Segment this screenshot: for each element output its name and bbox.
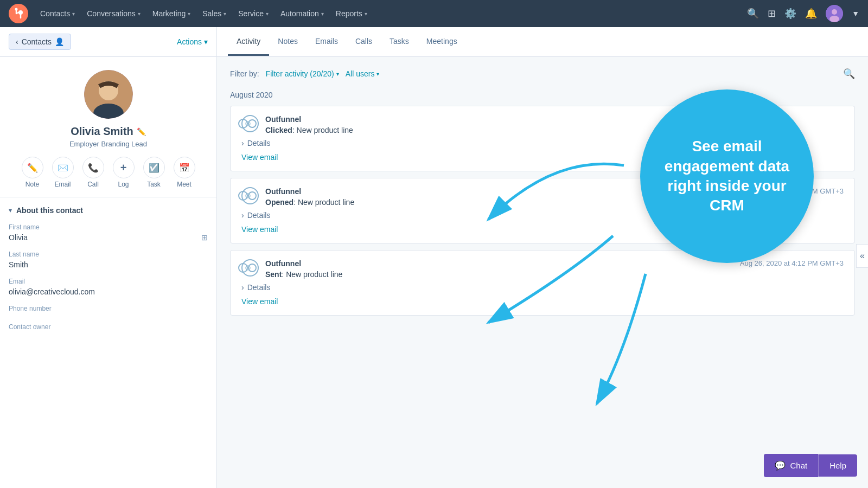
nav-chevron-sales: ▾	[224, 11, 226, 17]
nav-label-sales: Sales	[202, 9, 221, 18]
details-chevron-1: ›	[241, 139, 244, 147]
help-button[interactable]: Help	[818, 454, 857, 477]
settings-icon[interactable]: ⚙️	[784, 8, 796, 20]
tab-notes[interactable]: Notes	[269, 28, 307, 56]
profile-title: Employer Branding Lead	[69, 140, 147, 148]
tab-calls[interactable]: Calls	[347, 28, 381, 56]
first-name-value: Olivia ⊞	[9, 233, 208, 242]
action-type-2: Opened	[265, 198, 293, 207]
nav-item-contacts[interactable]: Contacts▾	[35, 6, 80, 21]
tooltip-circle: See email engagement data right inside y…	[640, 89, 814, 263]
nav-item-conversations[interactable]: Conversations▾	[81, 6, 146, 21]
svg-point-9	[248, 120, 256, 127]
nav-chevron-contacts: ▾	[72, 11, 75, 17]
log-icon: +	[113, 157, 135, 178]
content-area: Filter by: Filter activity (20/20) ▾ All…	[217, 57, 868, 488]
phone-label: Phone number	[9, 305, 208, 312]
nav-chevron-conversations: ▾	[138, 11, 141, 17]
action-type-1: Clicked	[265, 126, 292, 134]
svg-point-4	[829, 16, 839, 22]
email-action-button[interactable]: ✉️ Email	[52, 157, 74, 188]
about-header[interactable]: ▾ About this contact	[9, 206, 208, 215]
tab-tasks[interactable]: Tasks	[381, 28, 418, 56]
tab-emails[interactable]: Emails	[307, 28, 347, 56]
user-filter-chevron: ▾	[376, 71, 379, 77]
profile-name: Olivia Smith ✏️	[71, 125, 146, 138]
filter-bar: Filter by: Filter activity (20/20) ▾ All…	[230, 68, 855, 80]
nav-label-service: Service	[238, 9, 264, 18]
action-type-3: Sent	[265, 270, 282, 279]
nav-item-automation[interactable]: Automation▾	[275, 6, 329, 21]
user-avatar[interactable]	[826, 5, 843, 22]
outfunnel-icon-3	[241, 259, 259, 277]
view-email-link-2[interactable]: View email	[241, 225, 278, 234]
meet-label: Meet	[177, 181, 192, 188]
meet-action-button[interactable]: 📅 Meet	[174, 157, 195, 188]
hubspot-logo[interactable]	[9, 4, 28, 23]
details-chevron-2: ›	[241, 211, 244, 220]
tab-activity[interactable]: Activity	[228, 28, 269, 56]
nav-item-marketing[interactable]: Marketing▾	[147, 6, 196, 21]
tabs-bar: Activity Notes Emails Calls Tasks Meetin…	[217, 27, 868, 57]
collapse-sidebar-button[interactable]: «	[856, 244, 868, 268]
expand-icon[interactable]: ▼	[852, 9, 859, 18]
contacts-back-button[interactable]: ‹ Contacts 👤	[9, 34, 71, 50]
search-icon[interactable]: 🔍	[747, 8, 759, 20]
chat-button[interactable]: 💬 Chat	[764, 454, 818, 477]
profile-avatar	[84, 70, 133, 119]
details-chevron-3: ›	[241, 283, 244, 292]
email-label: Email	[54, 181, 71, 188]
call-action-button[interactable]: 📞 Call	[82, 157, 104, 188]
activity-filter-button[interactable]: Filter activity (20/20) ▾	[266, 69, 339, 78]
card-body-3: Outfunnel Sent: New product line	[265, 259, 733, 279]
action-subject-1: New product line	[297, 126, 353, 134]
first-name-copy-icon[interactable]: ⊞	[201, 233, 208, 242]
last-name-label: Last name	[9, 251, 208, 258]
marketplace-icon[interactable]: ⊞	[768, 8, 776, 20]
nav-right-icons: 🔍 ⊞ ⚙️ 🔔 ▼	[747, 5, 859, 22]
chat-icon: 💬	[775, 460, 786, 471]
call-icon: 📞	[82, 157, 104, 178]
back-chevron: ‹	[16, 37, 18, 46]
collapse-chevron-icon: «	[860, 251, 865, 260]
nav-item-service[interactable]: Service▾	[233, 6, 274, 21]
action-subject-2: New product line	[298, 198, 354, 207]
view-email-link-3[interactable]: View email	[241, 297, 278, 306]
profile-section: Olivia Smith ✏️ Employer Branding Lead ✏…	[0, 57, 216, 197]
notifications-icon[interactable]: 🔔	[805, 8, 817, 20]
outfunnel-icon-2	[241, 187, 259, 204]
svg-point-3	[832, 9, 837, 15]
email-label: Email	[9, 278, 208, 285]
filter-by-label: Filter by:	[230, 69, 259, 78]
top-navigation: Contacts▾Conversations▾Marketing▾Sales▾S…	[0, 0, 868, 27]
edit-name-icon[interactable]: ✏️	[137, 127, 146, 136]
left-sidebar: ‹ Contacts 👤 Actions ▾	[0, 27, 217, 488]
log-action-button[interactable]: + Log	[113, 157, 135, 188]
call-label: Call	[87, 181, 99, 188]
activity-card-3: Outfunnel Sent: New product line Aug 26,…	[230, 250, 855, 316]
svg-point-11	[248, 192, 256, 200]
activity-filter-label: Filter activity (20/20)	[266, 69, 334, 78]
view-email-link-1[interactable]: View email	[241, 153, 278, 162]
card-details-3[interactable]: › Details	[241, 283, 844, 292]
right-content: Activity Notes Emails Calls Tasks Meetin…	[217, 27, 868, 488]
about-title: About this contact	[16, 206, 83, 215]
nav-item-reports[interactable]: Reports▾	[330, 6, 373, 21]
note-action-button[interactable]: ✏️ Note	[22, 157, 43, 188]
actions-chevron: ▾	[204, 37, 208, 46]
actions-button[interactable]: Actions ▾	[177, 37, 208, 46]
email-field: Email olivia@creativecloud.com	[9, 278, 208, 296]
actions-label: Actions	[177, 37, 202, 46]
chat-label: Chat	[790, 461, 807, 470]
activity-search-icon[interactable]: 🔍	[843, 68, 855, 80]
card-header-3: Outfunnel Sent: New product line Aug 26,…	[241, 259, 844, 279]
task-action-button[interactable]: ☑️ Task	[143, 157, 165, 188]
main-layout: ‹ Contacts 👤 Actions ▾	[0, 0, 868, 488]
note-label: Note	[25, 181, 39, 188]
user-filter-button[interactable]: All users ▾	[346, 69, 380, 78]
card-action-3: Sent: New product line	[265, 270, 733, 279]
nav-item-sales[interactable]: Sales▾	[197, 6, 232, 21]
owner-label: Contact owner	[9, 323, 208, 331]
tab-meetings[interactable]: Meetings	[418, 28, 466, 56]
tooltip-text: See email engagement data right inside y…	[662, 137, 792, 216]
